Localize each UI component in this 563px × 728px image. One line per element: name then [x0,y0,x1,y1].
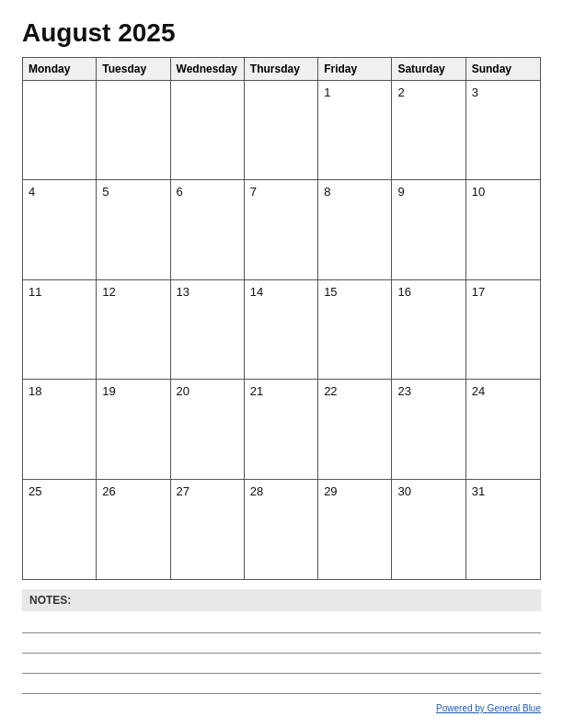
day-number: 11 [29,285,41,299]
calendar-header-cell: Wednesday [171,58,245,80]
day-number: 6 [177,185,183,199]
day-number: 8 [324,185,330,199]
calendar-header: MondayTuesdayWednesdayThursdayFridaySatu… [23,58,540,81]
calendar-cell: 18 [23,380,97,479]
calendar-cell: 20 [171,380,245,479]
day-number: 24 [472,384,485,398]
calendar-cell: 10 [466,180,540,279]
calendar-cell: 12 [97,280,170,380]
calendar-cell: 5 [97,180,170,279]
calendar-cell: 1 [318,81,392,180]
calendar-cell: 17 [466,280,540,380]
calendar-cell: 27 [171,480,245,579]
calendar-body: 1234567891011121314151617181920212223242… [23,81,540,579]
calendar-cell: 4 [23,180,97,279]
day-number: 26 [102,484,115,498]
calendar-cell: 11 [23,280,97,380]
day-number: 27 [177,484,190,498]
calendar-cell: 7 [245,180,318,279]
calendar-cell: 8 [318,180,392,279]
calendar-cell [97,81,170,180]
day-number: 1 [324,85,330,99]
calendar-cell: 6 [171,180,245,279]
day-number: 13 [177,285,190,299]
calendar-cell [23,81,97,180]
calendar-cell [171,81,245,180]
calendar-cell: 22 [318,380,392,479]
day-number: 19 [102,384,115,398]
day-number: 25 [29,484,41,498]
calendar-header-cell: Thursday [245,58,318,80]
notes-line-3 [22,657,541,674]
day-number: 30 [397,484,410,498]
day-number: 23 [397,384,410,398]
day-number: 31 [472,484,485,498]
calendar-cell: 28 [245,480,318,579]
day-number: 4 [29,185,35,199]
calendar-cell: 16 [392,280,465,380]
day-number: 28 [250,484,263,498]
powered-by-link[interactable]: Powered by General Blue [436,703,541,713]
month-title: August 2025 [22,18,541,48]
day-number: 16 [397,285,410,299]
day-number: 5 [102,185,109,199]
calendar-header-cell: Saturday [392,58,465,80]
calendar-cell: 15 [318,280,392,380]
calendar: MondayTuesdayWednesdayThursdayFridaySatu… [22,57,541,580]
notes-line-2 [22,637,541,654]
calendar-header-cell: Monday [23,58,97,80]
day-number: 10 [472,185,485,199]
day-number: 22 [324,384,337,398]
calendar-cell: 9 [392,180,465,279]
calendar-cell: 26 [97,480,170,579]
calendar-cell: 21 [245,380,318,479]
day-number: 3 [472,85,478,99]
calendar-header-cell: Friday [318,58,392,80]
calendar-cell: 23 [392,380,465,479]
day-number: 12 [102,285,115,299]
day-number: 14 [250,285,263,299]
calendar-cell: 13 [171,280,245,380]
day-number: 9 [397,185,404,199]
calendar-cell: 30 [392,480,465,579]
calendar-cell: 25 [23,480,97,579]
calendar-cell: 19 [97,380,170,479]
day-number: 21 [250,384,263,398]
day-number: 15 [324,285,337,299]
calendar-cell: 31 [466,480,540,579]
calendar-cell: 3 [466,81,540,180]
day-number: 18 [29,384,41,398]
page: August 2025 MondayTuesdayWednesdayThursd… [0,0,563,728]
notes-section: NOTES: [22,589,541,698]
calendar-header-cell: Sunday [466,58,540,80]
calendar-cell: 2 [392,81,465,180]
day-number: 29 [324,484,337,498]
notes-label: NOTES: [22,589,541,611]
calendar-cell: 14 [245,280,318,380]
calendar-header-cell: Tuesday [97,58,170,80]
powered-by: Powered by General Blue [22,703,541,713]
day-number: 20 [177,384,190,398]
calendar-cell: 24 [466,380,540,479]
day-number: 2 [397,85,404,99]
calendar-cell: 29 [318,480,392,579]
day-number: 7 [250,185,257,199]
notes-line-4 [22,677,541,694]
day-number: 17 [472,285,485,299]
calendar-cell [245,81,318,180]
notes-line-1 [22,617,541,633]
